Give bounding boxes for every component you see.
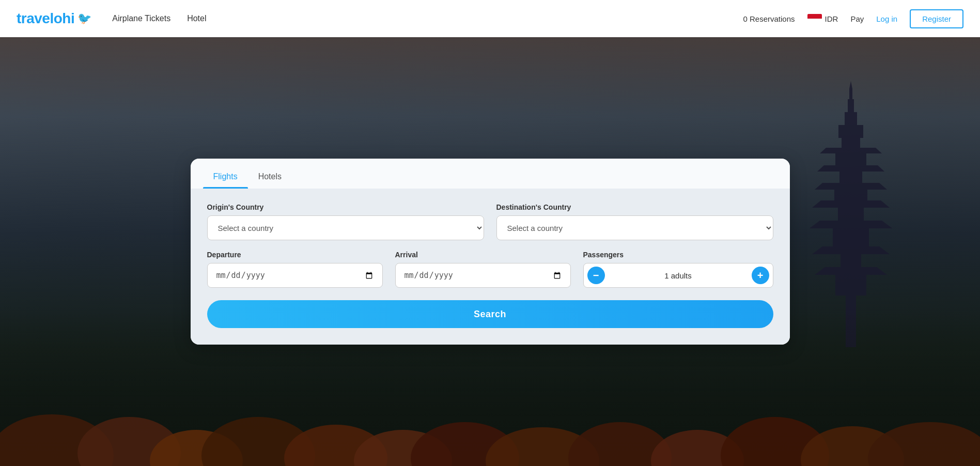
navbar: travelohi 🐦 Airplane Tickets Hotel 0 Res…: [0, 0, 980, 37]
nav-links: Airplane Tickets Hotel: [112, 14, 743, 23]
origin-country-select[interactable]: Select a country: [207, 215, 484, 240]
reservations-badge: 0 Reservations: [743, 14, 795, 23]
reservations-word: Reservations: [750, 14, 795, 23]
currency-selector[interactable]: IDR: [807, 14, 838, 23]
tab-flights[interactable]: Flights: [203, 163, 248, 189]
indonesia-flag: [807, 14, 822, 23]
destination-label: Destination's Country: [496, 203, 773, 211]
plus-icon: +: [757, 270, 764, 282]
currency-code: IDR: [825, 14, 838, 23]
minus-icon: −: [593, 270, 599, 282]
reservations-count: 0: [743, 14, 748, 23]
logo[interactable]: travelohi 🐦: [17, 10, 91, 27]
tab-bar: Flights Hotels: [191, 161, 790, 189]
country-row: Origin's Country Select a country Destin…: [207, 203, 773, 240]
destination-country-select[interactable]: Select a country: [496, 215, 773, 240]
search-button[interactable]: Search: [207, 300, 773, 328]
logo-text: travelohi: [17, 10, 74, 27]
passengers-group: Passengers − 1 adults +: [583, 251, 773, 288]
pay-link[interactable]: Pay: [850, 14, 864, 23]
nav-airplane-tickets[interactable]: Airplane Tickets: [112, 14, 170, 23]
nav-right: 0 Reservations IDR Pay Log in Register: [743, 9, 964, 28]
nav-hotel[interactable]: Hotel: [187, 14, 206, 23]
origin-label: Origin's Country: [207, 203, 484, 211]
arrival-label: Arrival: [395, 251, 571, 259]
main-content: Flights Hotels Origin's Country Select a…: [0, 37, 980, 466]
arrival-group: Arrival: [395, 251, 571, 288]
departure-group: Departure: [207, 251, 383, 288]
search-panel: Flights Hotels Origin's Country Select a…: [191, 159, 790, 345]
decrease-passengers-button[interactable]: −: [587, 267, 605, 284]
passengers-label: Passengers: [583, 251, 773, 259]
arrival-date-input[interactable]: [395, 263, 571, 288]
destination-group: Destination's Country Select a country: [496, 203, 773, 240]
flag-red: [807, 14, 822, 19]
tab-hotels[interactable]: Hotels: [248, 163, 292, 189]
passengers-count: 1 adults: [605, 271, 752, 280]
increase-passengers-button[interactable]: +: [752, 267, 769, 284]
logo-bird-icon: 🐦: [77, 12, 91, 25]
departure-date-input[interactable]: [207, 263, 383, 288]
date-passengers-row: Departure Arrival Passengers − 1 adults: [207, 251, 773, 288]
search-form: Origin's Country Select a country Destin…: [191, 189, 790, 345]
login-link[interactable]: Log in: [876, 14, 897, 23]
departure-label: Departure: [207, 251, 383, 259]
flag-white: [807, 19, 822, 23]
register-button[interactable]: Register: [910, 9, 963, 28]
tab-area: Flights Hotels: [191, 159, 790, 189]
passengers-control: − 1 adults +: [583, 263, 773, 288]
origin-group: Origin's Country Select a country: [207, 203, 484, 240]
